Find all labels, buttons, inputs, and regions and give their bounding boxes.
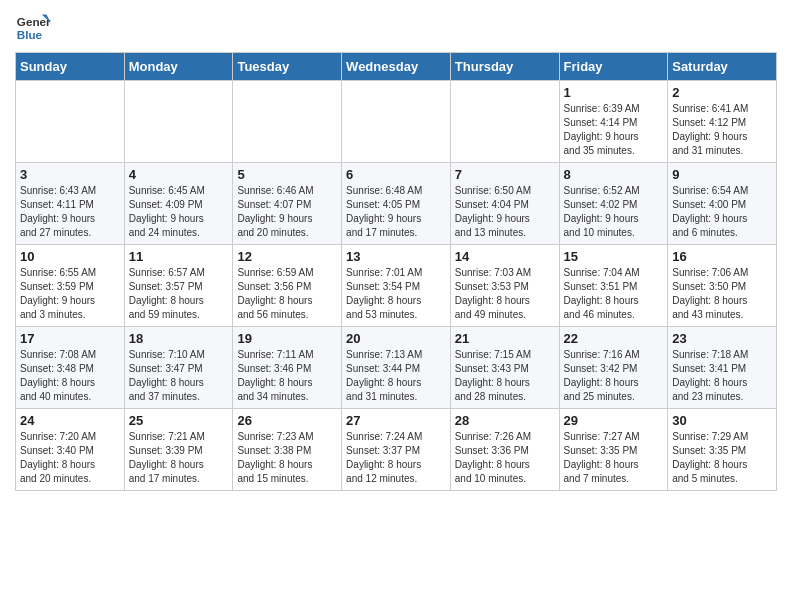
calendar-cell: 25Sunrise: 7:21 AM Sunset: 3:39 PM Dayli…: [124, 409, 233, 491]
svg-text:Blue: Blue: [17, 28, 43, 41]
day-number: 25: [129, 413, 229, 428]
calendar-cell: 15Sunrise: 7:04 AM Sunset: 3:51 PM Dayli…: [559, 245, 668, 327]
col-header-friday: Friday: [559, 53, 668, 81]
calendar-cell: 11Sunrise: 6:57 AM Sunset: 3:57 PM Dayli…: [124, 245, 233, 327]
day-number: 1: [564, 85, 664, 100]
day-info: Sunrise: 7:18 AM Sunset: 3:41 PM Dayligh…: [672, 348, 772, 404]
calendar-cell: 22Sunrise: 7:16 AM Sunset: 3:42 PM Dayli…: [559, 327, 668, 409]
calendar-cell: 30Sunrise: 7:29 AM Sunset: 3:35 PM Dayli…: [668, 409, 777, 491]
col-header-thursday: Thursday: [450, 53, 559, 81]
day-info: Sunrise: 7:24 AM Sunset: 3:37 PM Dayligh…: [346, 430, 446, 486]
day-number: 26: [237, 413, 337, 428]
day-number: 8: [564, 167, 664, 182]
calendar-cell: 28Sunrise: 7:26 AM Sunset: 3:36 PM Dayli…: [450, 409, 559, 491]
calendar-cell: 6Sunrise: 6:48 AM Sunset: 4:05 PM Daylig…: [342, 163, 451, 245]
col-header-tuesday: Tuesday: [233, 53, 342, 81]
day-info: Sunrise: 7:06 AM Sunset: 3:50 PM Dayligh…: [672, 266, 772, 322]
day-number: 10: [20, 249, 120, 264]
calendar-cell: 12Sunrise: 6:59 AM Sunset: 3:56 PM Dayli…: [233, 245, 342, 327]
day-info: Sunrise: 7:04 AM Sunset: 3:51 PM Dayligh…: [564, 266, 664, 322]
calendar-cell: [450, 81, 559, 163]
day-info: Sunrise: 6:50 AM Sunset: 4:04 PM Dayligh…: [455, 184, 555, 240]
day-number: 5: [237, 167, 337, 182]
day-info: Sunrise: 7:16 AM Sunset: 3:42 PM Dayligh…: [564, 348, 664, 404]
day-number: 18: [129, 331, 229, 346]
day-info: Sunrise: 6:41 AM Sunset: 4:12 PM Dayligh…: [672, 102, 772, 158]
day-number: 23: [672, 331, 772, 346]
day-number: 16: [672, 249, 772, 264]
day-number: 29: [564, 413, 664, 428]
col-header-sunday: Sunday: [16, 53, 125, 81]
calendar-cell: 27Sunrise: 7:24 AM Sunset: 3:37 PM Dayli…: [342, 409, 451, 491]
day-number: 13: [346, 249, 446, 264]
calendar-cell: 7Sunrise: 6:50 AM Sunset: 4:04 PM Daylig…: [450, 163, 559, 245]
calendar-cell: 10Sunrise: 6:55 AM Sunset: 3:59 PM Dayli…: [16, 245, 125, 327]
day-info: Sunrise: 7:01 AM Sunset: 3:54 PM Dayligh…: [346, 266, 446, 322]
day-number: 6: [346, 167, 446, 182]
day-number: 12: [237, 249, 337, 264]
calendar-cell: 17Sunrise: 7:08 AM Sunset: 3:48 PM Dayli…: [16, 327, 125, 409]
logo-icon: General Blue: [15, 10, 51, 46]
day-number: 30: [672, 413, 772, 428]
calendar-cell: 29Sunrise: 7:27 AM Sunset: 3:35 PM Dayli…: [559, 409, 668, 491]
day-number: 9: [672, 167, 772, 182]
calendar-cell: 5Sunrise: 6:46 AM Sunset: 4:07 PM Daylig…: [233, 163, 342, 245]
day-info: Sunrise: 6:39 AM Sunset: 4:14 PM Dayligh…: [564, 102, 664, 158]
calendar-cell: 20Sunrise: 7:13 AM Sunset: 3:44 PM Dayli…: [342, 327, 451, 409]
calendar-cell: 19Sunrise: 7:11 AM Sunset: 3:46 PM Dayli…: [233, 327, 342, 409]
calendar-week-row: 10Sunrise: 6:55 AM Sunset: 3:59 PM Dayli…: [16, 245, 777, 327]
calendar-cell: [342, 81, 451, 163]
calendar-week-row: 3Sunrise: 6:43 AM Sunset: 4:11 PM Daylig…: [16, 163, 777, 245]
day-info: Sunrise: 7:13 AM Sunset: 3:44 PM Dayligh…: [346, 348, 446, 404]
day-info: Sunrise: 7:20 AM Sunset: 3:40 PM Dayligh…: [20, 430, 120, 486]
day-number: 15: [564, 249, 664, 264]
day-number: 2: [672, 85, 772, 100]
calendar-cell: 14Sunrise: 7:03 AM Sunset: 3:53 PM Dayli…: [450, 245, 559, 327]
day-info: Sunrise: 7:29 AM Sunset: 3:35 PM Dayligh…: [672, 430, 772, 486]
page-header: General Blue: [15, 10, 777, 46]
day-info: Sunrise: 7:15 AM Sunset: 3:43 PM Dayligh…: [455, 348, 555, 404]
calendar-cell: 9Sunrise: 6:54 AM Sunset: 4:00 PM Daylig…: [668, 163, 777, 245]
day-info: Sunrise: 7:08 AM Sunset: 3:48 PM Dayligh…: [20, 348, 120, 404]
calendar-cell: 23Sunrise: 7:18 AM Sunset: 3:41 PM Dayli…: [668, 327, 777, 409]
day-info: Sunrise: 6:46 AM Sunset: 4:07 PM Dayligh…: [237, 184, 337, 240]
day-number: 27: [346, 413, 446, 428]
day-number: 21: [455, 331, 555, 346]
col-header-monday: Monday: [124, 53, 233, 81]
day-info: Sunrise: 7:27 AM Sunset: 3:35 PM Dayligh…: [564, 430, 664, 486]
calendar-cell: 21Sunrise: 7:15 AM Sunset: 3:43 PM Dayli…: [450, 327, 559, 409]
col-header-wednesday: Wednesday: [342, 53, 451, 81]
day-info: Sunrise: 7:21 AM Sunset: 3:39 PM Dayligh…: [129, 430, 229, 486]
calendar-cell: 2Sunrise: 6:41 AM Sunset: 4:12 PM Daylig…: [668, 81, 777, 163]
calendar-week-row: 24Sunrise: 7:20 AM Sunset: 3:40 PM Dayli…: [16, 409, 777, 491]
day-info: Sunrise: 7:11 AM Sunset: 3:46 PM Dayligh…: [237, 348, 337, 404]
day-info: Sunrise: 6:54 AM Sunset: 4:00 PM Dayligh…: [672, 184, 772, 240]
col-header-saturday: Saturday: [668, 53, 777, 81]
day-info: Sunrise: 7:23 AM Sunset: 3:38 PM Dayligh…: [237, 430, 337, 486]
day-info: Sunrise: 6:43 AM Sunset: 4:11 PM Dayligh…: [20, 184, 120, 240]
day-number: 28: [455, 413, 555, 428]
day-number: 7: [455, 167, 555, 182]
day-number: 22: [564, 331, 664, 346]
calendar-cell: 8Sunrise: 6:52 AM Sunset: 4:02 PM Daylig…: [559, 163, 668, 245]
calendar-cell: [233, 81, 342, 163]
day-info: Sunrise: 6:52 AM Sunset: 4:02 PM Dayligh…: [564, 184, 664, 240]
day-number: 3: [20, 167, 120, 182]
calendar-cell: 24Sunrise: 7:20 AM Sunset: 3:40 PM Dayli…: [16, 409, 125, 491]
day-number: 24: [20, 413, 120, 428]
calendar-cell: 4Sunrise: 6:45 AM Sunset: 4:09 PM Daylig…: [124, 163, 233, 245]
day-info: Sunrise: 6:45 AM Sunset: 4:09 PM Dayligh…: [129, 184, 229, 240]
day-info: Sunrise: 6:57 AM Sunset: 3:57 PM Dayligh…: [129, 266, 229, 322]
calendar-cell: 16Sunrise: 7:06 AM Sunset: 3:50 PM Dayli…: [668, 245, 777, 327]
calendar-table: SundayMondayTuesdayWednesdayThursdayFrid…: [15, 52, 777, 491]
calendar-cell: 3Sunrise: 6:43 AM Sunset: 4:11 PM Daylig…: [16, 163, 125, 245]
calendar-week-row: 17Sunrise: 7:08 AM Sunset: 3:48 PM Dayli…: [16, 327, 777, 409]
calendar-cell: 18Sunrise: 7:10 AM Sunset: 3:47 PM Dayli…: [124, 327, 233, 409]
day-info: Sunrise: 7:26 AM Sunset: 3:36 PM Dayligh…: [455, 430, 555, 486]
calendar-cell: [16, 81, 125, 163]
day-number: 17: [20, 331, 120, 346]
calendar-week-row: 1Sunrise: 6:39 AM Sunset: 4:14 PM Daylig…: [16, 81, 777, 163]
calendar-cell: 13Sunrise: 7:01 AM Sunset: 3:54 PM Dayli…: [342, 245, 451, 327]
calendar-cell: [124, 81, 233, 163]
logo: General Blue: [15, 10, 55, 46]
